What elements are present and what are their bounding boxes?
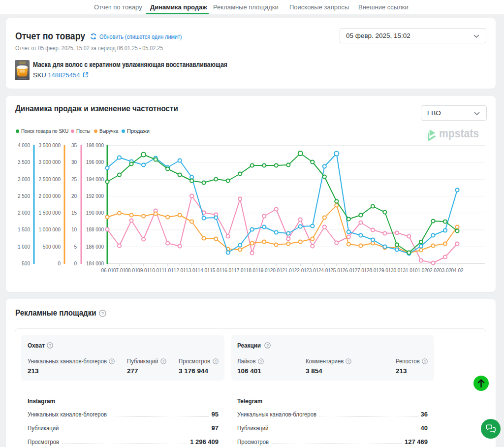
svg-text:29.01: 29.01 <box>378 268 391 273</box>
svg-text:24.01: 24.01 <box>318 268 331 273</box>
svg-text:4 000: 4 000 <box>18 143 30 148</box>
svg-text:184 000: 184 000 <box>86 261 104 266</box>
svg-text:07.01: 07.01 <box>113 268 126 273</box>
svg-text:10: 10 <box>71 227 77 232</box>
svg-text:15: 15 <box>71 210 77 216</box>
svg-text:21.01: 21.01 <box>282 268 294 273</box>
svg-text:17.01: 17.01 <box>234 268 246 273</box>
svg-text:?: ? <box>266 343 269 348</box>
svg-text:198 000: 198 000 <box>86 143 104 148</box>
svg-text:16.01: 16.01 <box>222 268 234 273</box>
svg-text:196 000: 196 000 <box>86 160 104 165</box>
svg-text:27.01: 27.01 <box>354 268 367 273</box>
svg-text:3 500 000: 3 500 000 <box>39 143 61 148</box>
svg-text:14.01: 14.01 <box>198 268 210 273</box>
svg-text:25: 25 <box>71 177 77 182</box>
svg-text:?: ? <box>162 359 165 364</box>
svg-text:?: ? <box>49 343 51 348</box>
svg-text:06.01: 06.01 <box>101 268 113 273</box>
svg-text:1 500 000: 1 500 000 <box>39 210 61 216</box>
svg-text:15.01: 15.01 <box>210 268 222 273</box>
svg-text:08.01: 08.01 <box>125 268 137 273</box>
svg-text:09.01: 09.01 <box>137 268 150 273</box>
svg-text:3 000 000: 3 000 000 <box>39 160 61 165</box>
svg-text:30: 30 <box>71 160 77 165</box>
svg-text:28.01: 28.01 <box>367 268 379 273</box>
svg-text:2 500: 2 500 <box>18 193 30 199</box>
svg-text:192 000: 192 000 <box>86 193 104 199</box>
svg-text:3 000: 3 000 <box>18 177 30 182</box>
svg-text:?: ? <box>101 311 104 316</box>
svg-text:1 000: 1 000 <box>18 244 30 250</box>
svg-text:02.02: 02.02 <box>427 268 439 273</box>
svg-text:?: ? <box>111 359 113 364</box>
svg-text:20.01: 20.01 <box>270 268 283 273</box>
svg-text:194 000: 194 000 <box>86 177 104 182</box>
svg-text:01.02: 01.02 <box>415 268 427 273</box>
svg-text:188 000: 188 000 <box>86 227 104 232</box>
svg-text:0: 0 <box>58 261 61 266</box>
svg-text:18.01: 18.01 <box>246 268 258 273</box>
svg-text:500 000: 500 000 <box>43 244 61 250</box>
svg-text:5: 5 <box>74 244 77 250</box>
svg-text:26.01: 26.01 <box>343 268 355 273</box>
svg-text:500: 500 <box>22 261 30 266</box>
svg-text:19.01: 19.01 <box>258 268 270 273</box>
svg-text:2 000 000: 2 000 000 <box>39 193 61 199</box>
svg-text:22.01: 22.01 <box>294 268 307 273</box>
svg-text:0: 0 <box>74 261 77 266</box>
svg-text:2 000: 2 000 <box>18 210 30 216</box>
svg-text:?: ? <box>424 359 426 364</box>
svg-text:3 500: 3 500 <box>18 160 30 165</box>
svg-text:10.01: 10.01 <box>150 268 162 273</box>
svg-text:1 000 000: 1 000 000 <box>39 227 61 232</box>
svg-text:20: 20 <box>71 193 77 199</box>
svg-text:13.01: 13.01 <box>186 268 198 273</box>
svg-text:35: 35 <box>71 143 77 148</box>
svg-text:03.02: 03.02 <box>439 268 451 273</box>
svg-text:1 500: 1 500 <box>18 227 30 232</box>
svg-text:12.01: 12.01 <box>174 268 186 273</box>
svg-text:04.02: 04.02 <box>451 268 463 273</box>
svg-text:25.01: 25.01 <box>330 268 343 273</box>
svg-text:2 500 000: 2 500 000 <box>39 177 61 182</box>
svg-text:31.01: 31.01 <box>403 268 415 273</box>
svg-text:186 000: 186 000 <box>86 244 104 250</box>
svg-text:?: ? <box>347 359 350 364</box>
svg-text:23.01: 23.01 <box>306 268 318 273</box>
svg-text:?: ? <box>215 359 217 364</box>
svg-text:11.01: 11.01 <box>161 268 174 273</box>
svg-text:190 000: 190 000 <box>86 210 104 216</box>
svg-text:?: ? <box>260 359 262 364</box>
svg-text:30.01: 30.01 <box>391 268 403 273</box>
